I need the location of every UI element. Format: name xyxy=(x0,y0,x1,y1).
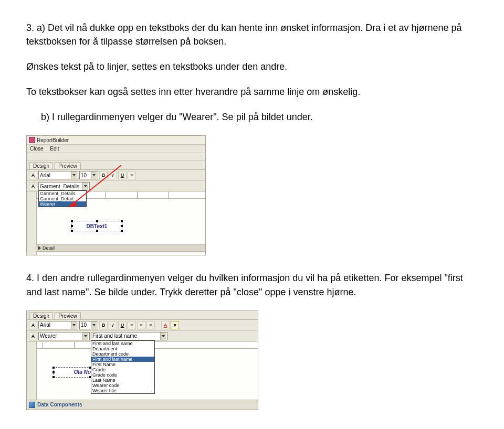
reportbuilder-window-2: Design Preview A Arial 10 B I U ≡ ≡ ≡ A … xyxy=(26,310,258,410)
align-right-button[interactable]: ≡ xyxy=(146,321,155,329)
fontsize-dropdown[interactable]: 10 xyxy=(79,321,98,329)
window-titlebar: ReportBuilder xyxy=(27,136,205,145)
ruler-vertical xyxy=(27,192,37,255)
paragraph-4: 4. I den andre rullegardinmenyen velger … xyxy=(26,271,478,298)
align-left-button[interactable]: ≡ xyxy=(128,171,136,179)
chevron-down-icon[interactable] xyxy=(160,333,166,340)
menu-bar: Close Edit xyxy=(27,145,205,153)
font-name: Arial xyxy=(40,322,50,328)
resize-handle[interactable] xyxy=(96,220,98,222)
datasource-toolbar: A Garment_Details Garment_Details Garmen… xyxy=(27,181,205,192)
font-size: 10 xyxy=(81,322,87,328)
resize-handle[interactable] xyxy=(52,376,55,378)
field-option[interactable]: First Name xyxy=(91,362,154,367)
resize-handle[interactable] xyxy=(52,367,55,369)
align-center-button[interactable]: ≡ xyxy=(137,321,145,329)
datasource-option-selected[interactable]: Wearer xyxy=(39,201,86,207)
resize-handle[interactable] xyxy=(96,230,98,232)
field-option[interactable]: Last Name xyxy=(91,378,154,383)
ruler-vertical xyxy=(27,342,37,400)
format-toolbar: A Arial 10 B I U ≡ xyxy=(27,170,205,181)
detail-band-label: Detail xyxy=(43,245,55,251)
paragraph-3a: 3. a) Det vil nå dukke opp en tekstboks … xyxy=(26,21,478,48)
field-list: First and last nameDepartmentDepartment … xyxy=(91,340,155,394)
underline-button[interactable]: U xyxy=(118,321,127,329)
tab-preview[interactable]: Preview xyxy=(55,312,81,319)
toolbar-blank-row xyxy=(27,153,205,161)
font-dropdown[interactable]: Arial xyxy=(38,171,78,179)
resize-handle[interactable] xyxy=(121,230,123,232)
tool-text-icon[interactable]: A xyxy=(29,171,37,179)
tab-strip: Design Preview xyxy=(27,311,258,320)
detail-band: Detail xyxy=(36,244,205,252)
dbtext-tool-icon[interactable]: A xyxy=(29,182,37,190)
field-option[interactable]: Wearer title xyxy=(91,388,154,393)
field-option[interactable]: Grade code xyxy=(91,372,154,378)
paragraph-3b: b) I rullegardinmenyen velger du "Wearer… xyxy=(41,110,478,124)
field-option[interactable]: Wearer code xyxy=(91,383,154,388)
selected-dbtext[interactable]: DBText1 xyxy=(71,221,122,231)
tab-design[interactable]: Design xyxy=(29,312,53,319)
chevron-down-icon[interactable] xyxy=(71,171,77,179)
fontcolor-button[interactable]: A xyxy=(161,321,170,329)
resize-handle[interactable] xyxy=(121,225,123,227)
datasource-selected: Garment_Details xyxy=(40,184,79,189)
triangle-icon xyxy=(38,246,41,250)
tab-strip: Design Preview xyxy=(27,161,205,170)
chevron-down-icon[interactable] xyxy=(82,333,88,340)
underline-button[interactable]: U xyxy=(118,171,127,179)
format-toolbar: A Arial 10 B I U ≡ ≡ ≡ A ▾ xyxy=(27,320,258,331)
chevron-down-icon[interactable] xyxy=(82,183,88,190)
resize-handle[interactable] xyxy=(121,220,123,222)
reportbuilder-window: ReportBuilder Close Edit Design Preview … xyxy=(26,135,206,255)
font-size: 10 xyxy=(81,173,87,178)
datasource-option[interactable]: Garment_Detail... xyxy=(39,196,86,201)
datasource-list: Garment_Details Garment_Detail... Wearer xyxy=(38,190,87,207)
datasource-option[interactable]: Garment_Details xyxy=(39,191,86,196)
dbtext-tool-icon[interactable]: A xyxy=(29,332,37,340)
field-selected: First and last name xyxy=(92,333,137,339)
paragraph-two-lines: Ønskes tekst på to linjer, settes en tek… xyxy=(26,60,478,73)
bold-button[interactable]: B xyxy=(99,321,108,329)
bottom-panel-label: Data Components xyxy=(37,402,82,407)
datasource-toolbar: A Wearer First and last name First and l… xyxy=(27,331,258,342)
align-left-button[interactable]: ≡ xyxy=(128,321,136,329)
bottom-panel-tab[interactable]: Data Components xyxy=(27,400,258,410)
datasource-dropdown[interactable]: Garment_Details Garment_Details Garment_… xyxy=(38,182,90,190)
chevron-down-icon[interactable] xyxy=(91,321,97,329)
field-option[interactable]: First and last name xyxy=(91,357,154,362)
field-dropdown[interactable]: First and last name First and last nameD… xyxy=(91,332,167,340)
bold-button[interactable]: B xyxy=(99,171,108,179)
italic-button[interactable]: I xyxy=(109,171,117,179)
font-name: Arial xyxy=(40,173,50,178)
field-option[interactable]: First and last name xyxy=(91,341,154,346)
field-option[interactable]: Department code xyxy=(91,351,154,357)
chevron-down-icon[interactable] xyxy=(71,321,77,329)
resize-handle[interactable] xyxy=(52,371,55,373)
field-option[interactable]: Department xyxy=(91,346,154,351)
paragraph-same-line: To tekstbokser kan også settes inn etter… xyxy=(26,85,478,99)
resize-handle[interactable] xyxy=(71,230,73,232)
tab-design[interactable]: Design xyxy=(29,162,53,169)
fontsize-dropdown[interactable]: 10 xyxy=(79,171,98,179)
dbtext-label: DBText1 xyxy=(87,223,108,229)
resize-handle[interactable] xyxy=(71,220,73,222)
fillcolor-button[interactable]: ▾ xyxy=(171,321,179,329)
chevron-down-icon[interactable] xyxy=(91,171,97,179)
tab-preview[interactable]: Preview xyxy=(55,162,81,169)
font-dropdown[interactable]: Arial xyxy=(38,321,78,329)
menu-edit[interactable]: Edit xyxy=(50,146,59,152)
datasource-dropdown[interactable]: Wearer xyxy=(38,332,90,340)
cube-icon xyxy=(29,402,35,408)
italic-button[interactable]: I xyxy=(109,321,117,329)
window-title: ReportBuilder xyxy=(37,137,69,143)
resize-handle[interactable] xyxy=(71,225,73,227)
app-icon xyxy=(29,137,35,143)
field-option[interactable]: Grade xyxy=(91,367,154,372)
datasource-selected: Wearer xyxy=(40,333,57,339)
tool-text-icon[interactable]: A xyxy=(29,321,37,329)
menu-close[interactable]: Close xyxy=(30,146,44,152)
